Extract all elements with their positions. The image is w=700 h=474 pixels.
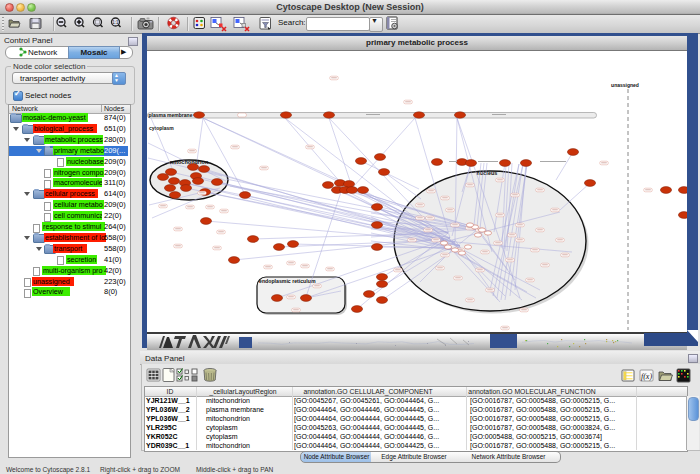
svg-text:f(x): f(x) [641, 372, 652, 381]
svg-text:plasma membrane: plasma membrane [149, 112, 193, 118]
svg-text:endoplasmic reticulum: endoplasmic reticulum [259, 278, 316, 284]
svg-text:mitochondrion: mitochondrion [170, 159, 209, 165]
svg-text:1:1: 1:1 [112, 20, 119, 25]
svg-text:unassigned: unassigned [611, 82, 639, 88]
svg-text:cytoplasm: cytoplasm [149, 125, 174, 131]
